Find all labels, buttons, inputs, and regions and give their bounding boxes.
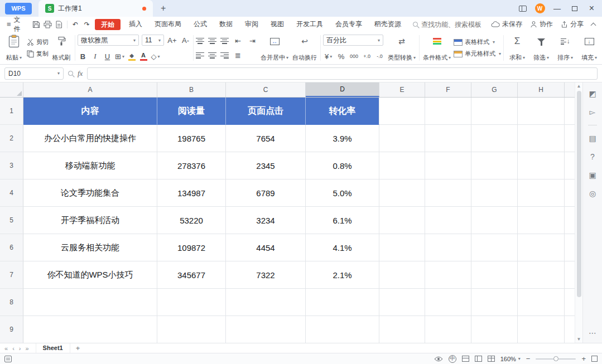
select-cursor-icon[interactable]: ▻ — [586, 106, 599, 118]
thousands-separator-button[interactable]: 000 — [349, 51, 359, 61]
column-header-e[interactable]: E — [379, 82, 425, 97]
navigation-icon[interactable]: ◎ — [586, 188, 599, 199]
cell[interactable] — [425, 152, 471, 179]
cell[interactable] — [471, 234, 518, 261]
close-button[interactable]: × — [584, 0, 600, 17]
zoom-slider-thumb[interactable] — [553, 356, 558, 361]
document-tab[interactable]: S 工作簿1 — [38, 0, 153, 17]
cell[interactable] — [471, 207, 518, 234]
add-sheet-button[interactable]: + — [76, 344, 80, 352]
cell[interactable] — [379, 98, 425, 125]
cell[interactable]: 阅读量 — [157, 98, 226, 125]
cell[interactable] — [379, 207, 425, 234]
decrease-indent-button[interactable]: ⇤ — [233, 36, 243, 46]
tab-review[interactable]: 审阅 — [239, 17, 264, 32]
cell[interactable] — [379, 289, 425, 316]
cell[interactable]: 办公小白常用的快捷操作 — [23, 125, 157, 152]
cell[interactable] — [565, 98, 575, 125]
cell[interactable]: 开学季福利活动 — [23, 207, 157, 234]
last-sheet-icon[interactable]: » — [25, 345, 28, 352]
fill-color-button[interactable]: ◆ — [127, 52, 137, 61]
row-header[interactable]: 2 — [0, 125, 23, 152]
cell[interactable]: 你不知道的WPS小技巧 — [23, 261, 157, 289]
cell[interactable] — [157, 316, 226, 343]
tab-page-layout[interactable]: 页面布局 — [148, 17, 187, 32]
normal-view-icon[interactable] — [462, 356, 469, 362]
insert-function-button[interactable]: fx — [78, 69, 83, 78]
split-view-button[interactable] — [514, 0, 531, 17]
tab-developer[interactable]: 开发工具 — [290, 17, 329, 32]
cell[interactable]: 移动端新功能 — [23, 152, 157, 179]
minimize-button[interactable]: — — [549, 0, 565, 17]
share-button[interactable]: 分享 — [561, 20, 584, 29]
cell[interactable]: 论文季功能集合 — [23, 179, 157, 207]
search-input[interactable] — [421, 21, 491, 28]
undo-button[interactable]: ↶ — [70, 18, 81, 31]
cell[interactable]: 278376 — [157, 152, 226, 179]
cell[interactable] — [425, 207, 471, 234]
fill-button[interactable]: ↓ 填充▾ — [578, 33, 600, 62]
wrap-text-button[interactable]: ↩ 自动换行 — [291, 33, 318, 62]
cell[interactable] — [471, 152, 518, 179]
cell[interactable]: 2345 — [226, 152, 306, 179]
cell[interactable] — [425, 179, 471, 207]
cell[interactable]: 3234 — [226, 207, 306, 234]
page-break-view-icon[interactable] — [488, 356, 495, 362]
name-box[interactable]: D10 ▾ — [4, 67, 64, 80]
cell[interactable]: 6.1% — [306, 207, 379, 234]
cell[interactable]: 198765 — [157, 125, 226, 152]
wps-logo[interactable]: WPS — [5, 3, 32, 14]
zoom-slider[interactable] — [536, 358, 576, 360]
cell[interactable] — [379, 179, 425, 207]
borders-button[interactable]: ⊞▾ — [114, 51, 125, 61]
font-color-button[interactable]: A — [138, 52, 148, 61]
theme-skin-icon[interactable]: ◩ — [586, 88, 599, 99]
cell[interactable] — [157, 289, 226, 316]
page-layout-view-icon[interactable] — [475, 356, 482, 362]
paste-button[interactable]: 粘贴▾ — [3, 33, 25, 62]
row-header[interactable]: 5 — [0, 207, 23, 234]
first-sheet-icon[interactable]: « — [4, 345, 8, 352]
cell[interactable]: 4.1% — [306, 234, 379, 261]
copy-button[interactable]: 复制 — [27, 50, 49, 58]
underline-button[interactable]: U — [102, 51, 113, 61]
tab-home[interactable]: 开始 — [95, 19, 121, 30]
vertical-scrollbar[interactable]: ▲ ▼ — [575, 82, 582, 343]
cell[interactable]: 2.1% — [306, 261, 379, 289]
cell[interactable] — [471, 125, 518, 152]
bold-button[interactable]: B — [78, 51, 88, 61]
justify-button[interactable]: ≣ — [233, 50, 243, 60]
toolbox-icon[interactable]: ▤ — [586, 133, 599, 144]
row-header[interactable]: 3 — [0, 152, 23, 179]
cell[interactable]: 页面点击 — [226, 98, 306, 125]
save-button[interactable] — [30, 18, 42, 31]
cell[interactable] — [565, 125, 575, 152]
font-name-select[interactable]: 微软雅黑▾ — [78, 35, 139, 46]
cell[interactable] — [518, 261, 565, 289]
tab-docer[interactable]: 稻壳资源 — [368, 17, 407, 32]
cell[interactable]: 0.8% — [306, 152, 379, 179]
align-middle-icon[interactable] — [208, 38, 216, 44]
align-top-icon[interactable] — [196, 38, 204, 44]
cell[interactable] — [518, 98, 565, 125]
select-all-corner[interactable] — [0, 82, 23, 97]
cell[interactable] — [425, 125, 471, 152]
column-header-a[interactable]: A — [23, 82, 157, 97]
eye-protection-icon[interactable] — [434, 356, 443, 362]
column-header-b[interactable]: B — [157, 82, 226, 97]
zoom-in-button[interactable]: + — [581, 355, 586, 363]
cell[interactable] — [565, 289, 575, 316]
cell[interactable] — [518, 289, 565, 316]
filter-button[interactable]: 筛选▾ — [530, 33, 552, 62]
cell[interactable]: 云服务相关功能 — [23, 234, 157, 261]
cell[interactable] — [518, 152, 565, 179]
fullscreen-icon[interactable] — [591, 356, 598, 362]
save-status[interactable]: 未保存 — [491, 20, 522, 29]
row-header[interactable]: 6 — [0, 234, 23, 261]
row-header[interactable]: 7 — [0, 261, 23, 289]
align-center-icon[interactable] — [208, 52, 216, 59]
language-icon[interactable]: 中 — [449, 355, 456, 363]
cell[interactable] — [518, 179, 565, 207]
next-sheet-icon[interactable]: › — [19, 345, 21, 352]
cell[interactable] — [565, 261, 575, 289]
